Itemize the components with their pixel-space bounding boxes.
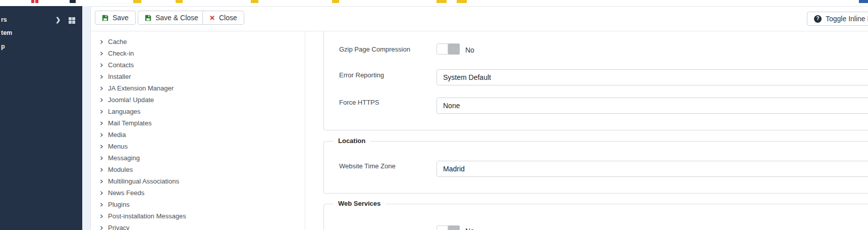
- chevron-right-icon: [99, 75, 103, 79]
- config-item-mail-templates[interactable]: Mail Templates: [99, 117, 296, 129]
- chevron-right-icon: [99, 214, 103, 218]
- chevron-right-icon: [99, 179, 103, 183]
- gzip-label: Gzip Page Compression: [339, 45, 410, 53]
- chevron-right-icon: [99, 63, 103, 67]
- toggle-knob: [448, 225, 460, 230]
- yellow-fragment: [437, 0, 447, 3]
- chevron-right-icon: [99, 110, 103, 114]
- config-item-media[interactable]: Media: [99, 129, 296, 141]
- config-item-label: Modules: [108, 166, 133, 173]
- config-item-label: Multilingual Associations: [108, 177, 179, 185]
- toolbar: Save Save & Close ✕ Close ? Toggle Inlin…: [91, 7, 868, 31]
- enable-cors-toggle[interactable]: [437, 225, 460, 230]
- chevron-right-icon: [99, 86, 103, 90]
- chevron-right-icon: [99, 168, 103, 172]
- gzip-toggle[interactable]: [437, 43, 460, 55]
- config-item-languages[interactable]: Languages: [99, 106, 296, 117]
- website-time-zone-value: Madrid: [443, 165, 465, 173]
- component-list-panel: Cache Check-in Contacts Installer JA Ext…: [91, 31, 305, 230]
- close-button[interactable]: ✕ Close: [202, 11, 244, 25]
- config-item-messaging[interactable]: Messaging: [99, 152, 296, 164]
- close-x-icon: ✕: [209, 15, 215, 21]
- config-item-label: Messaging: [108, 154, 140, 162]
- config-item-label: Joomla! Update: [108, 96, 154, 104]
- toggle-inline-help-label: Toggle Inline Help: [826, 15, 868, 23]
- chevron-right-icon[interactable]: ❯: [56, 16, 61, 23]
- config-item-plugins[interactable]: Plugins: [99, 199, 296, 210]
- force-https-value: None: [443, 102, 460, 110]
- config-item-label: Check-in: [108, 50, 134, 57]
- config-item-news-feeds[interactable]: News Feeds: [99, 187, 296, 199]
- website-time-zone-select[interactable]: Madrid: [437, 161, 868, 177]
- yellow-fragment: [332, 0, 339, 3]
- config-item-label: Languages: [108, 108, 140, 115]
- red-glyph-fragment: [31, 0, 34, 3]
- blue-fragment: [859, 0, 868, 3]
- config-item-label: Mail Templates: [108, 119, 151, 127]
- config-item-check-in[interactable]: Check-in: [99, 48, 296, 59]
- config-item-label: JA Extension Manager: [108, 84, 174, 92]
- force-https-select[interactable]: None: [437, 98, 868, 114]
- config-item-ja-extension-manager[interactable]: JA Extension Manager: [99, 82, 296, 94]
- yellow-fragment: [133, 0, 141, 3]
- sidebar-item-users-fragment[interactable]: rs: [1, 16, 7, 23]
- close-button-label: Close: [219, 14, 237, 22]
- chevron-right-icon: [99, 98, 103, 102]
- joomla-global-configuration-page: { "colors": { "c-pagebg": "#edf1f8", "c-…: [0, 0, 868, 230]
- dashboard-grid-icon[interactable]: [69, 17, 75, 24]
- chevron-right-icon: [99, 191, 103, 195]
- toggle-knob: [448, 43, 460, 55]
- chevron-right-icon: [99, 226, 103, 230]
- config-item-contacts[interactable]: Contacts: [99, 59, 296, 71]
- red-glyph-fragment: [35, 0, 38, 3]
- sidebar-item-help-fragment[interactable]: p: [1, 43, 5, 50]
- error-reporting-select[interactable]: System Default: [437, 69, 868, 85]
- chevron-right-icon: [99, 40, 103, 44]
- config-item-multilingual-associations[interactable]: Multilingual Associations: [99, 175, 296, 187]
- yellow-fragment: [457, 0, 467, 3]
- toggle-off-half: [437, 225, 448, 230]
- config-item-label: Privacy: [108, 224, 130, 230]
- website-time-zone-label: Website Time Zone: [339, 162, 396, 170]
- configuration-card: Save Save & Close ✕ Close ? Toggle Inlin…: [90, 6, 868, 230]
- force-https-label: Force HTTPS: [339, 99, 379, 106]
- chevron-right-icon: [99, 203, 103, 207]
- error-reporting-label: Error Reporting: [339, 71, 384, 79]
- navy-square-fragment: [70, 0, 76, 3]
- chevron-right-icon: [99, 156, 103, 160]
- toggle-off-half: [437, 43, 448, 55]
- location-legend: Location: [333, 137, 370, 145]
- save-button[interactable]: Save: [95, 11, 136, 25]
- config-item-modules[interactable]: Modules: [99, 164, 296, 175]
- config-item-cache[interactable]: Cache: [99, 36, 296, 48]
- save-floppy-icon: [102, 15, 108, 21]
- top-strip: ··························: [0, 0, 868, 6]
- config-item-post-installation-messages[interactable]: Post-installation Messages: [99, 210, 296, 222]
- gzip-toggle-state: No: [465, 46, 474, 54]
- save-floppy-icon: [145, 15, 151, 21]
- config-item-menus[interactable]: Menus: [99, 141, 296, 152]
- config-item-label: Plugins: [108, 201, 130, 208]
- sidebar-item-system-fragment[interactable]: tem: [1, 29, 12, 36]
- config-item-label: News Feeds: [108, 189, 144, 197]
- config-item-label: Contacts: [108, 61, 134, 69]
- toggle-inline-help-button[interactable]: ? Toggle Inline Help: [807, 12, 868, 26]
- chevron-right-icon: [99, 133, 103, 137]
- chevron-right-icon: [99, 52, 103, 56]
- yellow-fragment: [251, 0, 258, 3]
- config-item-label: Cache: [108, 38, 127, 45]
- config-item-privacy[interactable]: Privacy: [99, 222, 296, 230]
- admin-sidebar: rs ❯ tem p: [0, 6, 82, 230]
- web-services-legend: Web Services: [333, 200, 386, 207]
- chevron-right-icon: [99, 145, 103, 149]
- config-item-label: Menus: [108, 143, 128, 150]
- help-question-icon: ?: [814, 15, 822, 23]
- component-list: Cache Check-in Contacts Installer JA Ext…: [99, 36, 296, 230]
- save-and-close-button[interactable]: Save & Close: [138, 11, 205, 25]
- config-item-joomla-update[interactable]: Joomla! Update: [99, 94, 296, 106]
- web-services-fieldset: Web Services Enable CORS No: [323, 204, 868, 230]
- config-item-installer[interactable]: Installer: [99, 71, 296, 82]
- enable-cors-toggle-state: No: [465, 227, 474, 230]
- server-settings-fieldset: Gzip Page Compression No Error Reporting…: [323, 31, 868, 130]
- error-reporting-value: System Default: [443, 73, 491, 81]
